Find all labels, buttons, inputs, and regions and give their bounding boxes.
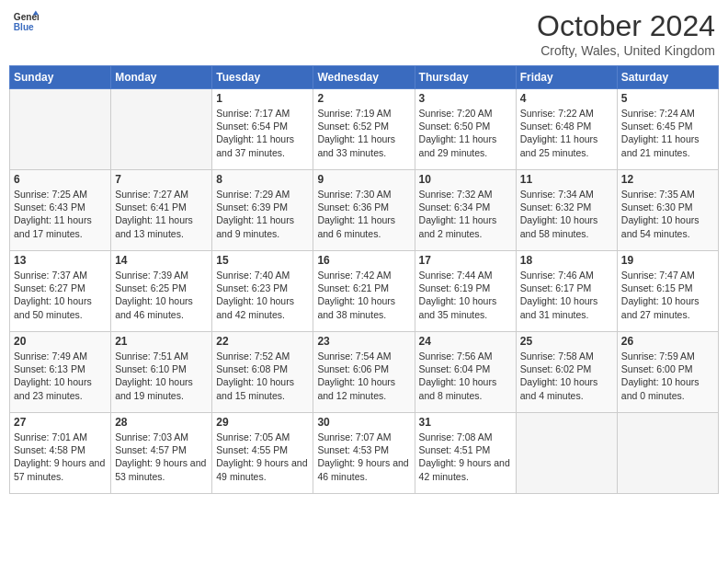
calendar-cell: 5Sunrise: 7:24 AMSunset: 6:45 PMDaylight… (617, 89, 718, 170)
calendar-cell: 14Sunrise: 7:39 AMSunset: 6:25 PMDayligh… (111, 251, 212, 332)
calendar-cell: 1Sunrise: 7:17 AMSunset: 6:54 PMDaylight… (212, 89, 313, 170)
day-number: 3 (419, 92, 512, 105)
weekday-header: Saturday (617, 66, 718, 89)
calendar-cell: 31Sunrise: 7:08 AMSunset: 4:51 PMDayligh… (415, 413, 516, 494)
day-number: 29 (216, 416, 309, 429)
calendar-table: SundayMondayTuesdayWednesdayThursdayFrid… (9, 65, 719, 494)
day-number: 2 (317, 92, 410, 105)
calendar-cell: 10Sunrise: 7:32 AMSunset: 6:34 PMDayligh… (415, 170, 516, 251)
weekday-header: Tuesday (212, 66, 313, 89)
day-info: Sunrise: 7:37 AMSunset: 6:27 PMDaylight:… (14, 269, 107, 321)
calendar-week-row: 1Sunrise: 7:17 AMSunset: 6:54 PMDaylight… (10, 89, 719, 170)
calendar-cell: 26Sunrise: 7:59 AMSunset: 6:00 PMDayligh… (617, 332, 718, 413)
day-number: 16 (317, 254, 410, 267)
calendar-cell: 23Sunrise: 7:54 AMSunset: 6:06 PMDayligh… (313, 332, 415, 413)
weekday-header: Friday (516, 66, 617, 89)
day-info: Sunrise: 7:59 AMSunset: 6:00 PMDaylight:… (621, 350, 714, 402)
month-title: October 2024 (537, 9, 715, 43)
calendar-week-row: 20Sunrise: 7:49 AMSunset: 6:13 PMDayligh… (10, 332, 719, 413)
calendar-cell (111, 89, 212, 170)
day-info: Sunrise: 7:56 AMSunset: 6:04 PMDaylight:… (419, 350, 512, 402)
location: Crofty, Wales, United Kingdom (537, 43, 715, 58)
day-info: Sunrise: 7:52 AMSunset: 6:08 PMDaylight:… (216, 350, 309, 402)
day-info: Sunrise: 7:44 AMSunset: 6:19 PMDaylight:… (419, 269, 512, 321)
day-number: 22 (216, 335, 309, 348)
weekday-header: Sunday (10, 66, 111, 89)
calendar-cell: 20Sunrise: 7:49 AMSunset: 6:13 PMDayligh… (10, 332, 111, 413)
calendar-cell (617, 413, 718, 494)
header-row: SundayMondayTuesdayWednesdayThursdayFrid… (10, 66, 719, 89)
day-number: 8 (216, 173, 309, 186)
day-number: 24 (419, 335, 512, 348)
day-number: 20 (14, 335, 107, 348)
day-number: 5 (621, 92, 714, 105)
day-info: Sunrise: 7:20 AMSunset: 6:50 PMDaylight:… (419, 107, 512, 159)
calendar-cell: 7Sunrise: 7:27 AMSunset: 6:41 PMDaylight… (111, 170, 212, 251)
day-number: 14 (115, 254, 208, 267)
day-info: Sunrise: 7:54 AMSunset: 6:06 PMDaylight:… (317, 350, 410, 402)
calendar-cell: 19Sunrise: 7:47 AMSunset: 6:15 PMDayligh… (617, 251, 718, 332)
day-number: 1 (216, 92, 309, 105)
day-number: 26 (621, 335, 714, 348)
day-info: Sunrise: 7:22 AMSunset: 6:48 PMDaylight:… (520, 107, 613, 159)
day-number: 19 (621, 254, 714, 267)
day-number: 12 (621, 173, 714, 186)
day-number: 7 (115, 173, 208, 186)
calendar-cell: 29Sunrise: 7:05 AMSunset: 4:55 PMDayligh… (212, 413, 313, 494)
calendar-cell (516, 413, 617, 494)
day-info: Sunrise: 7:51 AMSunset: 6:10 PMDaylight:… (115, 350, 208, 402)
day-number: 31 (419, 416, 512, 429)
day-number: 17 (419, 254, 512, 267)
day-info: Sunrise: 7:29 AMSunset: 6:39 PMDaylight:… (216, 188, 309, 240)
page-header: General Blue October 2024 Crofty, Wales,… (9, 9, 719, 58)
day-info: Sunrise: 7:08 AMSunset: 4:51 PMDaylight:… (419, 431, 512, 483)
day-number: 6 (14, 173, 107, 186)
day-info: Sunrise: 7:03 AMSunset: 4:57 PMDaylight:… (115, 431, 208, 483)
svg-text:Blue: Blue (14, 22, 34, 32)
calendar-cell: 13Sunrise: 7:37 AMSunset: 6:27 PMDayligh… (10, 251, 111, 332)
day-info: Sunrise: 7:47 AMSunset: 6:15 PMDaylight:… (621, 269, 714, 321)
day-number: 11 (520, 173, 613, 186)
day-info: Sunrise: 7:34 AMSunset: 6:32 PMDaylight:… (520, 188, 613, 240)
weekday-header: Monday (111, 66, 212, 89)
calendar-cell: 3Sunrise: 7:20 AMSunset: 6:50 PMDaylight… (415, 89, 516, 170)
calendar-cell: 16Sunrise: 7:42 AMSunset: 6:21 PMDayligh… (313, 251, 415, 332)
calendar-cell: 27Sunrise: 7:01 AMSunset: 4:58 PMDayligh… (10, 413, 111, 494)
calendar-cell: 9Sunrise: 7:30 AMSunset: 6:36 PMDaylight… (313, 170, 415, 251)
day-info: Sunrise: 7:01 AMSunset: 4:58 PMDaylight:… (14, 431, 107, 483)
day-number: 27 (14, 416, 107, 429)
logo-icon: General Blue (13, 9, 39, 35)
weekday-header: Wednesday (313, 66, 415, 89)
day-number: 25 (520, 335, 613, 348)
logo: General Blue (13, 9, 39, 35)
calendar-cell: 15Sunrise: 7:40 AMSunset: 6:23 PMDayligh… (212, 251, 313, 332)
title-block: October 2024 Crofty, Wales, United Kingd… (537, 9, 715, 58)
calendar-cell: 4Sunrise: 7:22 AMSunset: 6:48 PMDaylight… (516, 89, 617, 170)
day-info: Sunrise: 7:39 AMSunset: 6:25 PMDaylight:… (115, 269, 208, 321)
calendar-week-row: 27Sunrise: 7:01 AMSunset: 4:58 PMDayligh… (10, 413, 719, 494)
calendar-week-row: 13Sunrise: 7:37 AMSunset: 6:27 PMDayligh… (10, 251, 719, 332)
calendar-cell: 6Sunrise: 7:25 AMSunset: 6:43 PMDaylight… (10, 170, 111, 251)
calendar-cell: 22Sunrise: 7:52 AMSunset: 6:08 PMDayligh… (212, 332, 313, 413)
day-number: 15 (216, 254, 309, 267)
day-info: Sunrise: 7:30 AMSunset: 6:36 PMDaylight:… (317, 188, 410, 240)
calendar-cell: 30Sunrise: 7:07 AMSunset: 4:53 PMDayligh… (313, 413, 415, 494)
day-info: Sunrise: 7:27 AMSunset: 6:41 PMDaylight:… (115, 188, 208, 240)
calendar-cell: 28Sunrise: 7:03 AMSunset: 4:57 PMDayligh… (111, 413, 212, 494)
day-info: Sunrise: 7:19 AMSunset: 6:52 PMDaylight:… (317, 107, 410, 159)
day-number: 21 (115, 335, 208, 348)
day-info: Sunrise: 7:17 AMSunset: 6:54 PMDaylight:… (216, 107, 309, 159)
day-info: Sunrise: 7:49 AMSunset: 6:13 PMDaylight:… (14, 350, 107, 402)
calendar-cell: 2Sunrise: 7:19 AMSunset: 6:52 PMDaylight… (313, 89, 415, 170)
calendar-cell: 12Sunrise: 7:35 AMSunset: 6:30 PMDayligh… (617, 170, 718, 251)
day-info: Sunrise: 7:25 AMSunset: 6:43 PMDaylight:… (14, 188, 107, 240)
day-number: 4 (520, 92, 613, 105)
day-number: 18 (520, 254, 613, 267)
day-info: Sunrise: 7:32 AMSunset: 6:34 PMDaylight:… (419, 188, 512, 240)
day-number: 13 (14, 254, 107, 267)
day-info: Sunrise: 7:40 AMSunset: 6:23 PMDaylight:… (216, 269, 309, 321)
day-number: 9 (317, 173, 410, 186)
day-info: Sunrise: 7:07 AMSunset: 4:53 PMDaylight:… (317, 431, 410, 483)
day-info: Sunrise: 7:05 AMSunset: 4:55 PMDaylight:… (216, 431, 309, 483)
day-number: 28 (115, 416, 208, 429)
